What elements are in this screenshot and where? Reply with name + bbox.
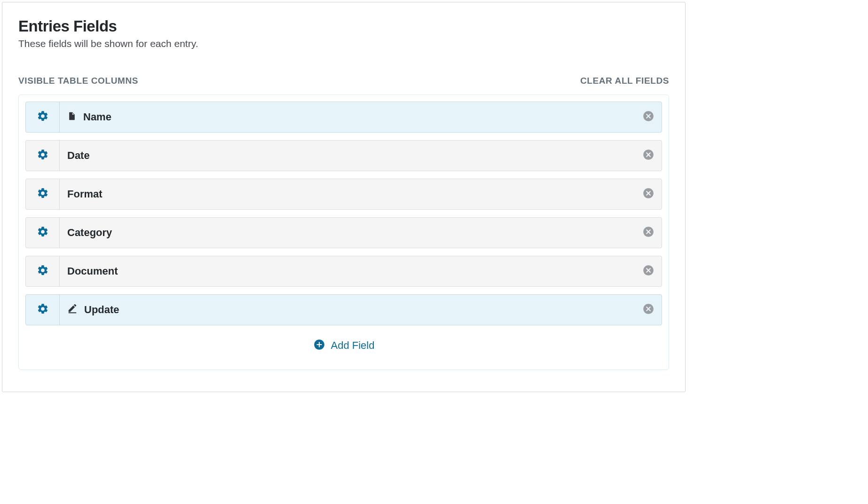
field-remove-button[interactable] xyxy=(635,102,662,132)
fields-container: Name Date Format Category Document Updat… xyxy=(18,94,669,370)
field-settings-button[interactable] xyxy=(26,218,60,248)
field-row[interactable]: Date xyxy=(25,140,662,171)
field-remove-button[interactable] xyxy=(635,141,662,171)
field-body: Name xyxy=(60,102,635,132)
field-label: Date xyxy=(67,150,90,162)
add-field-label: Add Field xyxy=(331,339,375,352)
field-label: Category xyxy=(67,227,112,239)
field-body: Document xyxy=(60,256,635,286)
edit-icon xyxy=(67,304,78,316)
field-row[interactable]: Name xyxy=(25,102,662,133)
plus-circle-icon xyxy=(313,339,325,353)
gear-icon xyxy=(37,303,49,317)
clear-all-fields-button[interactable]: CLEAR ALL FIELDS xyxy=(580,76,669,86)
field-row[interactable]: Category xyxy=(25,217,662,248)
field-settings-button[interactable] xyxy=(26,102,60,132)
field-label: Format xyxy=(67,188,103,200)
gear-icon xyxy=(37,226,49,240)
field-remove-button[interactable] xyxy=(635,218,662,248)
close-circle-icon xyxy=(642,226,655,240)
field-row[interactable]: Format xyxy=(25,179,662,210)
field-row[interactable]: Document xyxy=(25,256,662,287)
close-circle-icon xyxy=(642,303,655,317)
close-circle-icon xyxy=(642,264,655,278)
field-label: Update xyxy=(84,304,119,316)
gear-icon xyxy=(37,264,49,278)
field-settings-button[interactable] xyxy=(26,179,60,209)
field-label: Document xyxy=(67,265,118,277)
close-circle-icon xyxy=(642,110,655,124)
gear-icon xyxy=(37,110,49,124)
field-remove-button[interactable] xyxy=(635,179,662,209)
field-label: Name xyxy=(83,111,111,123)
close-circle-icon xyxy=(642,149,655,163)
field-body: Date xyxy=(60,141,635,171)
field-settings-button[interactable] xyxy=(26,141,60,171)
field-remove-button[interactable] xyxy=(635,256,662,286)
page-description: These fields will be shown for each entr… xyxy=(18,38,669,49)
entries-fields-panel: Entries Fields These fields will be show… xyxy=(2,2,686,392)
gear-icon xyxy=(37,187,49,201)
field-settings-button[interactable] xyxy=(26,256,60,286)
field-row[interactable]: Update xyxy=(25,294,662,325)
field-remove-button[interactable] xyxy=(635,295,662,325)
field-settings-button[interactable] xyxy=(26,295,60,325)
field-list: Name Date Format Category Document Updat… xyxy=(25,102,662,325)
file-icon xyxy=(67,111,77,123)
field-body: Update xyxy=(60,295,635,325)
add-field-button[interactable]: Add Field xyxy=(25,339,662,353)
gear-icon xyxy=(37,149,49,163)
section-header: VISIBLE TABLE COLUMNS CLEAR ALL FIELDS xyxy=(18,76,669,86)
visible-columns-label: VISIBLE TABLE COLUMNS xyxy=(18,76,138,86)
field-body: Category xyxy=(60,218,635,248)
page-title: Entries Fields xyxy=(18,17,669,35)
close-circle-icon xyxy=(642,187,655,201)
field-body: Format xyxy=(60,179,635,209)
